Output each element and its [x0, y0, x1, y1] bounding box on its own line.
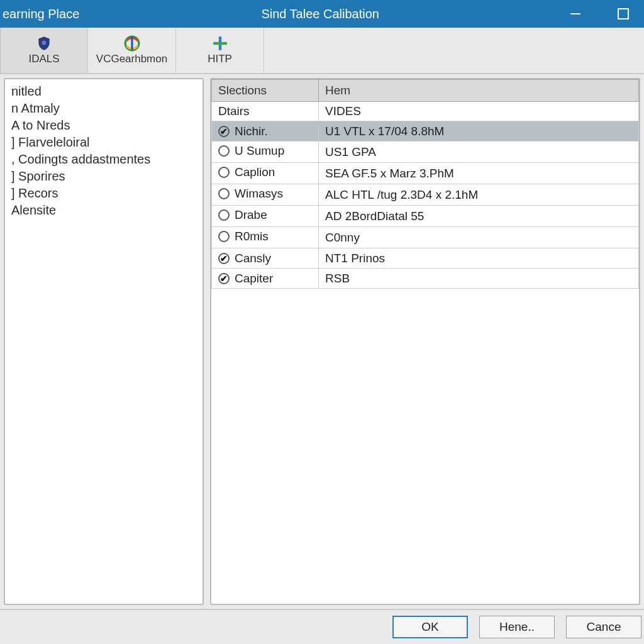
dialog-footer: OK Hene.. Cance [0, 609, 644, 644]
row-value-cell: NT1 Prinos [319, 248, 639, 269]
radio-icon[interactable] [218, 231, 230, 242]
tab-idals[interactable]: IDALS [0, 28, 88, 73]
sidebar-item[interactable]: , Codingts addastmentes [10, 151, 197, 168]
col-header-hem[interactable]: Hem [319, 80, 639, 102]
row-value-cell: US1 GPA [319, 142, 639, 163]
row-value-cell: ALC HTL /tug 2.3D4 x 2.1hM [319, 184, 639, 206]
table-row[interactable]: DtairsVIDES [212, 102, 639, 121]
selection-table: Slections Hem DtairsVIDES✔Nichir.U1 VTL … [211, 79, 639, 289]
sidebar-item[interactable]: ] Recors [10, 185, 197, 202]
row-label: Capiter [235, 272, 273, 286]
sidebar-item[interactable]: A to Nreds [10, 117, 197, 134]
row-selection-cell[interactable]: U Sumup [212, 142, 319, 163]
row-value-cell: C0nny [319, 227, 639, 248]
row-label: U Sumup [235, 144, 284, 158]
help-button[interactable]: Hene.. [479, 616, 555, 638]
svg-rect-3 [213, 42, 227, 45]
row-selection-cell[interactable]: ✔Cansly [212, 248, 319, 269]
row-label: Drabe [235, 208, 267, 222]
check-icon[interactable]: ✔ [218, 253, 230, 264]
row-value-cell: U1 VTL x 17/04 8.8hM [319, 121, 639, 142]
sidebar-item[interactable]: n Atmaly [10, 100, 197, 117]
app-name: earning Place [0, 7, 79, 21]
toolbar: IDALS VCGearhbmon HITP [0, 28, 644, 74]
radio-icon[interactable] [218, 167, 230, 178]
window-title: Sind Talee Calibation [79, 7, 561, 21]
row-selection-cell[interactable]: Dtairs [212, 102, 319, 121]
row-selection-cell[interactable]: ✔Nichir. [212, 121, 319, 142]
tab-label: VCGearhbmon [96, 53, 167, 65]
col-header-selections[interactable]: Slections [212, 80, 319, 102]
radio-icon[interactable] [218, 188, 230, 199]
row-selection-cell[interactable]: Wimasys [212, 184, 319, 206]
table-row[interactable]: WimasysALC HTL /tug 2.3D4 x 2.1hM [212, 184, 639, 206]
table-row[interactable]: R0misC0nny [212, 227, 639, 248]
tab-label: IDALS [28, 53, 59, 65]
content-panel: Slections Hem DtairsVIDES✔Nichir.U1 VTL … [210, 78, 640, 605]
row-selection-cell[interactable]: Caplion [212, 163, 319, 184]
sidebar-item[interactable]: nitled [10, 83, 197, 100]
shield-icon [36, 35, 52, 52]
window-controls [561, 4, 640, 23]
table-row[interactable]: ✔Nichir.U1 VTL x 17/04 8.8hM [212, 121, 639, 142]
row-value-cell: AD 2BordDiatal 55 [319, 206, 639, 227]
row-selection-cell[interactable]: ✔Capiter [212, 269, 319, 289]
row-selection-cell[interactable]: Drabe [212, 206, 319, 227]
row-label: Wimasys [235, 187, 283, 201]
sidebar-item[interactable]: Alensite [10, 202, 197, 219]
check-icon[interactable]: ✔ [218, 273, 230, 284]
maximize-button[interactable] [609, 4, 638, 23]
table-row[interactable]: U SumupUS1 GPA [212, 142, 639, 163]
ok-button[interactable]: OK [392, 616, 468, 638]
cancel-button[interactable]: Cance [566, 616, 641, 638]
sidebar-item[interactable]: ] Flarveleloiral [10, 134, 197, 151]
check-icon[interactable]: ✔ [218, 126, 230, 137]
tab-label: HITP [208, 53, 232, 65]
main-area: nitledn AtmalyA to Nreds] Flarveleloiral… [0, 74, 644, 609]
row-label: Nichir. [235, 125, 268, 138]
row-value-cell: VIDES [319, 102, 639, 121]
svg-point-0 [42, 40, 47, 45]
minimize-button[interactable] [561, 4, 590, 23]
globe-icon [124, 35, 140, 52]
table-row[interactable]: ✔CanslyNT1 Prinos [212, 248, 639, 269]
table-row[interactable]: ✔CapiterRSB [212, 269, 639, 289]
radio-icon[interactable] [218, 209, 230, 221]
row-label: Caplion [235, 165, 275, 179]
table-row[interactable]: DrabeAD 2BordDiatal 55 [212, 206, 639, 227]
radio-icon[interactable] [218, 145, 230, 157]
row-value-cell: RSB [319, 269, 639, 289]
table-row[interactable]: CaplionSEA GF.5 x Marz 3.PhM [212, 163, 639, 184]
tab-vcgearhbmon[interactable]: VCGearhbmon [88, 28, 176, 73]
row-label: Cansly [235, 252, 271, 265]
row-selection-cell[interactable]: R0mis [212, 227, 319, 248]
sidebar-item[interactable]: ] Sporires [10, 168, 197, 185]
row-value-cell: SEA GF.5 x Marz 3.PhM [319, 163, 639, 184]
tab-http[interactable]: HITP [176, 28, 264, 73]
sidebar: nitledn AtmalyA to Nreds] Flarveleloiral… [4, 78, 204, 605]
title-bar: earning Place Sind Talee Calibation [0, 0, 644, 28]
row-label: R0mis [235, 230, 269, 243]
plus-icon [212, 35, 228, 52]
